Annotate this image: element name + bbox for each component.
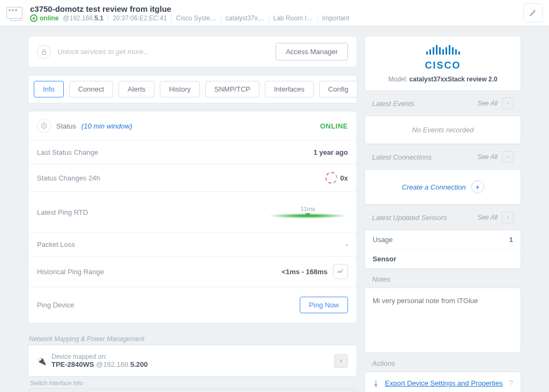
status-value: ONLINE <box>320 122 348 130</box>
tab-connect[interactable]: Connect <box>69 81 113 97</box>
sensor-item[interactable]: Sensor <box>365 250 521 268</box>
tab-bar: Info Connect Alerts History SNMP/TCP Int… <box>28 75 357 103</box>
hist-ping-label: Historical Ping Range <box>37 268 104 276</box>
top-header: c3750-domotz test review from itglue onl… <box>0 0 549 26</box>
ip-address: @192.168.5.1 <box>63 14 103 22</box>
switch-interface-alert: i Multiple devices can be reached throug… <box>28 388 357 392</box>
brand-card: CISCO Model: catalyst37xxStack review 2.… <box>365 36 521 91</box>
location: Lab Room I… <box>273 14 313 22</box>
mapped-device-ip: @192.168.5.200 <box>94 360 147 368</box>
sensors-see-all[interactable]: See All <box>477 214 498 221</box>
events-see-all[interactable]: See All <box>477 100 498 107</box>
tab-interfaces[interactable]: Interfaces <box>265 81 314 97</box>
model-short: catalyst37x… <box>226 14 264 22</box>
device-title: c3750-domotz test review from itglue <box>30 4 516 13</box>
switch-interface-label: Switch interface info <box>28 376 357 388</box>
connections-header: Latest Connections See All <box>365 144 521 170</box>
section-mapping-title: Network Mapping & Power Management <box>29 335 356 343</box>
packet-loss-label: Packet Loss <box>37 240 75 248</box>
hist-ping-value: <1ms - 168ms <box>281 268 328 276</box>
chevron-right-icon <box>506 101 510 106</box>
network-mapping-section: Network Mapping & Power Management 🔌 Dev… <box>28 331 357 392</box>
vendor: Cisco Syste… <box>176 14 216 22</box>
chevron-right-icon <box>506 215 510 220</box>
chevron-right-icon <box>338 358 344 364</box>
ping-now-button[interactable]: Ping Now <box>300 297 348 313</box>
action-export-link[interactable]: Export Device Settings and Properties <box>385 379 503 387</box>
status-card: Status (10 min window) ONLINE Last Statu… <box>28 111 357 323</box>
ping-value: 11ms <box>268 206 348 212</box>
last-change-value: 1 year ago <box>314 148 348 156</box>
mapped-device-name: TPE-2840WS <box>51 360 94 368</box>
plug-icon: 🔌 <box>37 357 46 365</box>
sensors-usage-count: 1 <box>509 236 513 244</box>
events-header: Latest Events See All <box>365 91 521 116</box>
connections-title: Latest Connections <box>372 153 473 161</box>
latest-ping-label: Latest Ping RTD <box>37 208 88 216</box>
events-expand-button[interactable] <box>502 97 514 109</box>
svg-point-1 <box>43 125 45 127</box>
priority: Important <box>322 14 350 22</box>
connections-expand-button[interactable] <box>502 151 514 163</box>
packet-loss-value: - <box>346 240 348 248</box>
status-text: online <box>40 14 58 22</box>
lock-icon <box>37 45 51 59</box>
access-manager-button[interactable]: Access Manager <box>276 43 348 61</box>
status-label: Status <box>56 122 76 130</box>
mapped-on-label: Device mapped on: <box>51 353 147 360</box>
unlock-services-card: Unlock services to get more... Access Ma… <box>28 36 357 67</box>
pencil-icon <box>529 9 537 17</box>
status-indicator-icon <box>30 14 38 22</box>
tab-info[interactable]: Info <box>34 81 64 97</box>
gear-icon[interactable] <box>37 119 51 133</box>
connections-see-all[interactable]: See All <box>477 153 498 161</box>
model-label: Model: <box>388 76 409 83</box>
events-empty: No Events recorded <box>365 116 521 144</box>
tab-config[interactable]: Config <box>319 81 358 97</box>
unlock-hint: Unlock services to get more... <box>57 48 149 56</box>
status-window: (10 min window) <box>81 122 132 130</box>
mac-address: 20:37:06:E2:EC:41 <box>113 14 167 22</box>
notes-title: Notes <box>365 269 521 288</box>
changes-24h-value: 0x <box>340 174 348 182</box>
ping-graphic: 11ms <box>268 206 348 218</box>
create-connection-link[interactable]: Create a Connection + <box>365 170 521 204</box>
chart-line-icon <box>337 268 344 275</box>
action-export-row[interactable]: ⭳ Export Device Settings and Properties … <box>365 372 521 392</box>
changes-24h-sparkline-icon <box>325 172 337 184</box>
changes-24h-label: Status Changes 24h <box>37 174 100 182</box>
help-icon[interactable]: ? <box>509 379 513 387</box>
sensors-title: Latest Updated Sensors <box>372 214 473 222</box>
device-type-icon <box>6 7 23 19</box>
actions-title: Actions <box>365 353 521 372</box>
ping-history-chart-button[interactable] <box>333 264 348 279</box>
sensors-expand-button[interactable] <box>502 212 514 223</box>
tab-snmp[interactable]: SNMP/TCP <box>205 81 259 97</box>
cisco-logo-text: CISCO <box>425 60 461 71</box>
notes-body[interactable]: Mi very personal note from ITGlue <box>365 288 521 352</box>
last-change-label: Last Status Change <box>37 148 98 156</box>
plus-icon: + <box>471 180 484 193</box>
tab-history[interactable]: History <box>160 81 199 97</box>
download-icon: ⭳ <box>373 379 380 387</box>
edit-header-button[interactable] <box>523 3 543 22</box>
ping-device-label: Ping Device <box>37 301 74 309</box>
status-badge: online <box>30 14 58 22</box>
sensors-header: Latest Updated Sensors See All <box>365 205 521 230</box>
tab-alerts[interactable]: Alerts <box>118 81 154 97</box>
chevron-right-icon <box>506 154 510 160</box>
cisco-logo-bars <box>374 44 512 55</box>
mapping-expand-button[interactable] <box>334 354 348 368</box>
svg-rect-0 <box>42 51 46 54</box>
model-value: catalyst37xxStack review 2.0 <box>410 76 498 83</box>
events-title: Latest Events <box>372 100 473 108</box>
sensors-usage-label: Usage <box>373 236 393 244</box>
